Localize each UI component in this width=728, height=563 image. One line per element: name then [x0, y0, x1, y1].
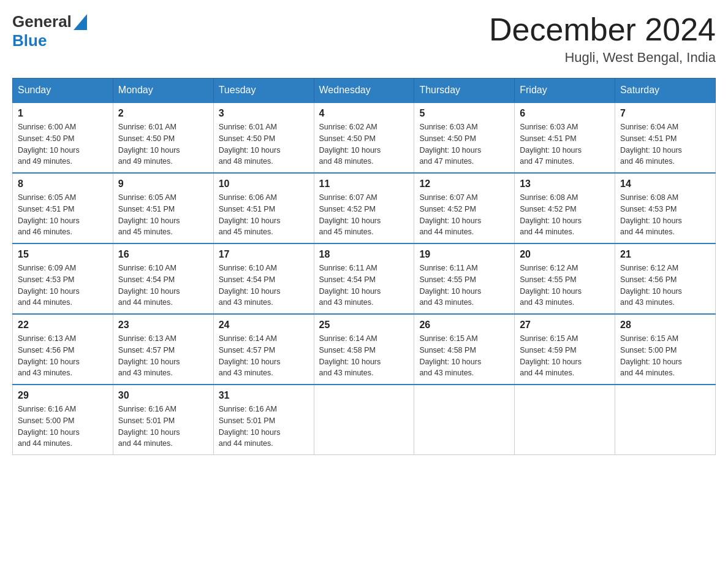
day-info: Sunrise: 6:02 AMSunset: 4:50 PMDaylight:…: [319, 121, 409, 167]
day-info: Sunrise: 6:11 AMSunset: 4:55 PMDaylight:…: [419, 262, 509, 308]
day-number: 17: [219, 249, 309, 260]
week-row-3: 15 Sunrise: 6:09 AMSunset: 4:53 PMDaylig…: [13, 243, 716, 314]
table-cell: 5 Sunrise: 6:03 AMSunset: 4:50 PMDayligh…: [414, 102, 515, 173]
header-saturday: Saturday: [615, 79, 716, 103]
header-tuesday: Tuesday: [213, 79, 314, 103]
table-cell: 24 Sunrise: 6:14 AMSunset: 4:57 PMDaylig…: [213, 314, 314, 385]
table-cell: [414, 385, 515, 455]
day-number: 26: [419, 320, 509, 331]
svg-marker-0: [74, 14, 87, 30]
day-info: Sunrise: 6:15 AMSunset: 5:00 PMDaylight:…: [620, 333, 710, 379]
day-info: Sunrise: 6:01 AMSunset: 4:50 PMDaylight:…: [219, 121, 309, 167]
day-number: 3: [219, 108, 309, 119]
logo: General Blue: [12, 12, 87, 50]
table-cell: 30 Sunrise: 6:16 AMSunset: 5:01 PMDaylig…: [113, 385, 213, 455]
day-number: 18: [319, 249, 409, 260]
header-monday: Monday: [113, 79, 213, 103]
page-header: General Blue December 2024 Hugli, West B…: [12, 12, 716, 66]
day-info: Sunrise: 6:13 AMSunset: 4:57 PMDaylight:…: [118, 333, 208, 379]
day-number: 5: [419, 108, 509, 119]
table-cell: 9 Sunrise: 6:05 AMSunset: 4:51 PMDayligh…: [113, 173, 213, 243]
table-cell: 19 Sunrise: 6:11 AMSunset: 4:55 PMDaylig…: [414, 243, 515, 314]
week-row-1: 1 Sunrise: 6:00 AMSunset: 4:50 PMDayligh…: [13, 102, 716, 173]
table-cell: 11 Sunrise: 6:07 AMSunset: 4:52 PMDaylig…: [314, 173, 414, 243]
table-cell: 12 Sunrise: 6:07 AMSunset: 4:52 PMDaylig…: [414, 173, 515, 243]
location-subtitle: Hugli, West Bengal, India: [489, 50, 716, 66]
header-wednesday: Wednesday: [314, 79, 414, 103]
day-number: 4: [319, 108, 409, 119]
day-number: 31: [219, 390, 309, 401]
table-cell: 22 Sunrise: 6:13 AMSunset: 4:56 PMDaylig…: [13, 314, 113, 385]
day-number: 12: [419, 178, 509, 190]
logo-blue-text: Blue: [12, 31, 47, 50]
day-info: Sunrise: 6:05 AMSunset: 4:51 PMDaylight:…: [18, 192, 108, 238]
day-info: Sunrise: 6:09 AMSunset: 4:53 PMDaylight:…: [18, 262, 108, 308]
day-info: Sunrise: 6:16 AMSunset: 5:00 PMDaylight:…: [18, 404, 108, 450]
table-cell: 13 Sunrise: 6:08 AMSunset: 4:52 PMDaylig…: [515, 173, 615, 243]
table-cell: 31 Sunrise: 6:16 AMSunset: 5:01 PMDaylig…: [213, 385, 314, 455]
day-info: Sunrise: 6:07 AMSunset: 4:52 PMDaylight:…: [419, 192, 509, 238]
day-info: Sunrise: 6:01 AMSunset: 4:50 PMDaylight:…: [118, 121, 208, 167]
table-cell: 10 Sunrise: 6:06 AMSunset: 4:51 PMDaylig…: [213, 173, 314, 243]
logo-general-text: General: [12, 12, 72, 31]
table-cell: 3 Sunrise: 6:01 AMSunset: 4:50 PMDayligh…: [213, 102, 314, 173]
table-cell: 16 Sunrise: 6:10 AMSunset: 4:54 PMDaylig…: [113, 243, 213, 314]
day-info: Sunrise: 6:03 AMSunset: 4:51 PMDaylight:…: [520, 121, 610, 167]
day-info: Sunrise: 6:16 AMSunset: 5:01 PMDaylight:…: [219, 404, 309, 450]
day-number: 6: [520, 108, 610, 119]
table-cell: [314, 385, 414, 455]
day-number: 9: [118, 178, 208, 190]
day-number: 21: [620, 249, 710, 260]
table-cell: 23 Sunrise: 6:13 AMSunset: 4:57 PMDaylig…: [113, 314, 213, 385]
day-number: 25: [319, 320, 409, 331]
table-cell: 14 Sunrise: 6:08 AMSunset: 4:53 PMDaylig…: [615, 173, 716, 243]
day-number: 2: [118, 108, 208, 119]
day-number: 24: [219, 320, 309, 331]
day-number: 10: [219, 178, 309, 190]
day-info: Sunrise: 6:00 AMSunset: 4:50 PMDaylight:…: [18, 121, 108, 167]
table-cell: 25 Sunrise: 6:14 AMSunset: 4:58 PMDaylig…: [314, 314, 414, 385]
days-header-row: Sunday Monday Tuesday Wednesday Thursday…: [13, 79, 716, 103]
table-cell: [615, 385, 716, 455]
header-thursday: Thursday: [414, 79, 515, 103]
day-info: Sunrise: 6:07 AMSunset: 4:52 PMDaylight:…: [319, 192, 409, 238]
day-number: 29: [18, 390, 108, 401]
table-cell: 1 Sunrise: 6:00 AMSunset: 4:50 PMDayligh…: [13, 102, 113, 173]
table-cell: 28 Sunrise: 6:15 AMSunset: 5:00 PMDaylig…: [615, 314, 716, 385]
week-row-2: 8 Sunrise: 6:05 AMSunset: 4:51 PMDayligh…: [13, 173, 716, 243]
week-row-4: 22 Sunrise: 6:13 AMSunset: 4:56 PMDaylig…: [13, 314, 716, 385]
calendar-table: Sunday Monday Tuesday Wednesday Thursday…: [12, 78, 716, 455]
month-year-title: December 2024: [489, 12, 716, 47]
week-row-5: 29 Sunrise: 6:16 AMSunset: 5:00 PMDaylig…: [13, 385, 716, 455]
table-cell: 18 Sunrise: 6:11 AMSunset: 4:54 PMDaylig…: [314, 243, 414, 314]
table-cell: 7 Sunrise: 6:04 AMSunset: 4:51 PMDayligh…: [615, 102, 716, 173]
table-cell: 2 Sunrise: 6:01 AMSunset: 4:50 PMDayligh…: [113, 102, 213, 173]
table-cell: 29 Sunrise: 6:16 AMSunset: 5:00 PMDaylig…: [13, 385, 113, 455]
day-number: 28: [620, 320, 710, 331]
day-number: 15: [18, 249, 108, 260]
day-info: Sunrise: 6:05 AMSunset: 4:51 PMDaylight:…: [118, 192, 208, 238]
table-cell: 21 Sunrise: 6:12 AMSunset: 4:56 PMDaylig…: [615, 243, 716, 314]
table-cell: 17 Sunrise: 6:10 AMSunset: 4:54 PMDaylig…: [213, 243, 314, 314]
day-info: Sunrise: 6:03 AMSunset: 4:50 PMDaylight:…: [419, 121, 509, 167]
day-info: Sunrise: 6:14 AMSunset: 4:57 PMDaylight:…: [219, 333, 309, 379]
day-info: Sunrise: 6:11 AMSunset: 4:54 PMDaylight:…: [319, 262, 409, 308]
day-number: 8: [18, 178, 108, 190]
day-info: Sunrise: 6:08 AMSunset: 4:52 PMDaylight:…: [520, 192, 610, 238]
table-cell: 15 Sunrise: 6:09 AMSunset: 4:53 PMDaylig…: [13, 243, 113, 314]
day-info: Sunrise: 6:14 AMSunset: 4:58 PMDaylight:…: [319, 333, 409, 379]
day-number: 19: [419, 249, 509, 260]
table-cell: [515, 385, 615, 455]
table-cell: 20 Sunrise: 6:12 AMSunset: 4:55 PMDaylig…: [515, 243, 615, 314]
day-info: Sunrise: 6:04 AMSunset: 4:51 PMDaylight:…: [620, 121, 710, 167]
day-number: 23: [118, 320, 208, 331]
day-info: Sunrise: 6:15 AMSunset: 4:58 PMDaylight:…: [419, 333, 509, 379]
day-info: Sunrise: 6:10 AMSunset: 4:54 PMDaylight:…: [219, 262, 309, 308]
day-number: 1: [18, 108, 108, 119]
day-info: Sunrise: 6:12 AMSunset: 4:56 PMDaylight:…: [620, 262, 710, 308]
table-cell: 8 Sunrise: 6:05 AMSunset: 4:51 PMDayligh…: [13, 173, 113, 243]
title-section: December 2024 Hugli, West Bengal, India: [489, 12, 716, 66]
day-number: 27: [520, 320, 610, 331]
day-number: 11: [319, 178, 409, 190]
day-info: Sunrise: 6:10 AMSunset: 4:54 PMDaylight:…: [118, 262, 208, 308]
